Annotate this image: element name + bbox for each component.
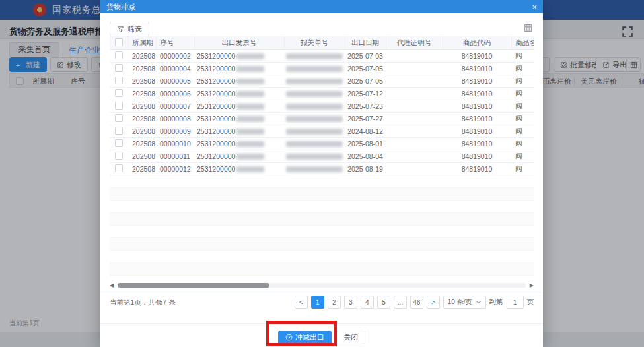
- col-period: 所属期: [128, 36, 156, 49]
- cell-seq: 00000009: [156, 125, 194, 137]
- cell-seq: 00000010: [156, 137, 194, 150]
- next-page-button[interactable]: >: [427, 296, 440, 309]
- scroll-left-icon[interactable]: ◀: [110, 282, 114, 289]
- cell-period: 202508: [128, 150, 156, 162]
- table-row: 202508 00000010 2531200000 2025-08-01 84…: [110, 137, 534, 150]
- close-icon[interactable]: ×: [532, 3, 537, 11]
- dialog-footer: 冲减出口 关闭: [100, 331, 543, 344]
- redacted-customs-no: [286, 166, 343, 172]
- cell-commodity-name: 阀: [511, 62, 534, 75]
- cell-commodity-code: 84819010: [443, 100, 511, 112]
- redacted-customs-no: [286, 91, 343, 97]
- table-row: 202508 00000007 2531200000 2025-07-23 84…: [110, 100, 534, 112]
- page-button-4[interactable]: 4: [361, 296, 374, 309]
- cell-export-date: 2025-07-03: [345, 49, 386, 62]
- cell-customs-no: [284, 150, 345, 162]
- page-button-46[interactable]: 46: [410, 296, 423, 309]
- row-checkbox[interactable]: [115, 152, 123, 160]
- page-button-3[interactable]: 3: [344, 296, 357, 309]
- redacted-invoice-suffix: [236, 154, 264, 160]
- offset-export-button[interactable]: 冲减出口: [278, 331, 332, 344]
- cell-export-date: 2025-07-05: [345, 62, 386, 75]
- cell-commodity-code: 84819010: [443, 62, 511, 75]
- cell-agent-cert: [386, 137, 443, 150]
- row-checkbox[interactable]: [115, 77, 123, 84]
- table-header-row: 所属期 序号 出口发票号 报关单号 出口日期 代理证明号 商品代码 商品名称: [110, 36, 534, 49]
- column-config-icon[interactable]: [524, 24, 532, 32]
- cell-commodity-code: 84819010: [443, 137, 511, 150]
- cell-seq: 00000012: [156, 162, 194, 175]
- row-checkbox[interactable]: [115, 89, 123, 97]
- goods-offset-dialog: 货物冲减 × 筛选 所属期 序号 出口发票号 报关单号 出口日期 代理证明号 商…: [100, 0, 543, 347]
- jump-page-input[interactable]: [507, 296, 524, 309]
- pagination-summary: 当前第1页，共457 条: [110, 298, 176, 307]
- col-commodity-code: 商品代码: [443, 36, 511, 49]
- cell-period: 202508: [128, 100, 156, 112]
- redacted-invoice-suffix: [236, 53, 264, 59]
- dialog-table: 所属期 序号 出口发票号 报关单号 出口日期 代理证明号 商品代码 商品名称 2…: [110, 36, 534, 276]
- col-agent-cert-no: 代理证明号: [386, 36, 443, 49]
- cell-invoice: 2531200000: [194, 87, 284, 100]
- cell-customs-no: [284, 75, 345, 87]
- cell-export-date: 2025-08-19: [345, 162, 386, 175]
- close-button[interactable]: 关闭: [336, 331, 365, 344]
- page-button-2[interactable]: 2: [328, 296, 341, 309]
- scrollbar-thumb[interactable]: [118, 283, 269, 288]
- row-checkbox[interactable]: [115, 164, 123, 172]
- cell-seq: 00000004: [156, 62, 194, 75]
- row-checkbox[interactable]: [115, 64, 123, 72]
- cell-customs-no: [284, 125, 345, 137]
- cell-export-date: 2025-07-12: [345, 87, 386, 100]
- cell-customs-no: [284, 49, 345, 62]
- row-checkbox[interactable]: [115, 51, 123, 59]
- select-all-checkbox[interactable]: [115, 38, 123, 46]
- empty-row: [110, 225, 534, 237]
- cell-period: 202508: [128, 75, 156, 87]
- cell-seq: 00000006: [156, 87, 194, 100]
- table-row: 202508 00000009 2531200000 2024-08-12 84…: [110, 125, 534, 137]
- empty-row: [110, 212, 534, 225]
- filter-button[interactable]: 筛选: [110, 22, 149, 36]
- page-ellipsis[interactable]: ...: [394, 296, 407, 309]
- cell-commodity-code: 84819010: [443, 112, 511, 125]
- cell-export-date: 2025-07-27: [345, 112, 386, 125]
- prev-page-button[interactable]: <: [295, 296, 308, 309]
- cell-invoice: 2531200000: [194, 125, 284, 137]
- table-row: 202508 00000012 2531200000 2025-08-19 84…: [110, 162, 534, 175]
- cell-commodity-code: 84819010: [443, 87, 511, 100]
- table-row: 202508 00000006 2531200000 2025-07-12 84…: [110, 87, 534, 100]
- redacted-invoice-suffix: [236, 129, 264, 135]
- cell-customs-no: [284, 100, 345, 112]
- redacted-invoice-suffix: [236, 116, 264, 122]
- cell-commodity-name: 阀: [511, 125, 534, 137]
- scroll-right-icon[interactable]: ▶: [530, 282, 534, 289]
- cell-export-date: 2025-08-04: [345, 150, 386, 162]
- page-button-1[interactable]: 1: [311, 296, 324, 309]
- scrollbar-track[interactable]: [118, 283, 526, 288]
- cell-agent-cert: [386, 100, 443, 112]
- row-checkbox[interactable]: [115, 127, 123, 135]
- row-checkbox[interactable]: [115, 102, 123, 110]
- cell-invoice: 2531200000: [194, 162, 284, 175]
- row-checkbox[interactable]: [115, 139, 123, 147]
- cell-agent-cert: [386, 75, 443, 87]
- cell-commodity-code: 84819010: [443, 125, 511, 137]
- col-export-date: 出口日期: [345, 36, 386, 49]
- col-customs-declaration-no: 报关单号: [284, 36, 345, 49]
- cell-commodity-name: 阀: [511, 100, 534, 112]
- cell-export-date: 2024-08-12: [345, 125, 386, 137]
- cell-period: 202508: [128, 62, 156, 75]
- dialog-header: 货物冲减 ×: [100, 0, 543, 13]
- cell-agent-cert: [386, 125, 443, 137]
- cell-commodity-name: 阀: [511, 150, 534, 162]
- col-export-invoice-no: 出口发票号: [194, 36, 284, 49]
- page-size-select[interactable]: 10 条/页: [443, 296, 486, 309]
- cell-seq: 00000008: [156, 112, 194, 125]
- empty-row: [110, 187, 534, 200]
- redacted-customs-no: [286, 104, 343, 110]
- cell-commodity-name: 阀: [511, 137, 534, 150]
- empty-row: [110, 250, 534, 263]
- cell-invoice: 2531200000: [194, 100, 284, 112]
- row-checkbox[interactable]: [115, 114, 123, 122]
- page-button-5[interactable]: 5: [377, 296, 390, 309]
